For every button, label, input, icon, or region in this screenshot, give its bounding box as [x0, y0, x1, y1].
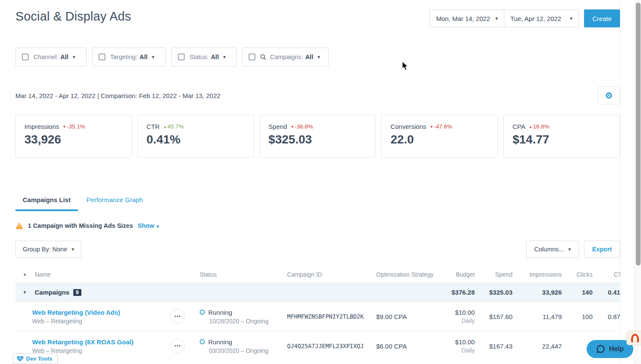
table-toolbar: Group By: None ▾ Columns... ▾ Export: [15, 241, 620, 258]
start-date-picker[interactable]: Mon, Mar 14, 2022 ▾: [430, 9, 504, 27]
campaigns-table: ▾ Name Status Campaign ID Optimization S…: [15, 266, 620, 361]
filter-value: All: [211, 54, 219, 60]
chat-bubble-icon: [596, 344, 605, 354]
ctr-value: 0.87%: [593, 313, 620, 320]
column-header-spend[interactable]: Spend: [475, 271, 512, 278]
channel-filter[interactable]: Channel: All ▾: [15, 48, 87, 66]
tab-campaigns-list[interactable]: Campaigns List: [15, 193, 78, 211]
extension-icon[interactable]: [626, 331, 641, 345]
collapse-caret-icon[interactable]: ▾: [24, 289, 35, 295]
status-text: Running: [208, 309, 232, 316]
column-header-campaign-id[interactable]: Campaign ID: [287, 271, 376, 278]
campaigns-filter[interactable]: Campaigns: All ▾: [242, 48, 329, 66]
checkbox[interactable]: [249, 54, 255, 60]
warning-text: 1 Campaign with Missing Ads Sizes: [28, 222, 133, 229]
kpi-value: 33,926: [24, 133, 123, 146]
date-range-comparison-text: Mar 14, 2022 - Apr 12, 2022 | Comparison…: [15, 92, 220, 99]
kpi-card-cpa: CPA ▴16.8% $14.77: [503, 115, 620, 158]
status-running-icon: [200, 339, 205, 344]
columns-dropdown[interactable]: Columns... ▾: [526, 241, 579, 258]
campaign-name-link[interactable]: Web Retargeting (6X ROAS Goal): [32, 338, 133, 346]
column-header-status[interactable]: Status: [200, 271, 287, 278]
campaign-count-badge: 9: [73, 289, 81, 296]
checkbox[interactable]: [22, 54, 29, 60]
kpi-label: Conversions: [390, 123, 426, 130]
trend-up-icon: ▴: [530, 124, 532, 129]
scrollbar-thumb[interactable]: [636, 3, 641, 266]
sort-caret-icon: ▾: [24, 272, 35, 277]
social-display-ads-page: Social & Display Ads Mon, Mar 14, 2022 ▾…: [0, 0, 635, 364]
status-running-icon: [200, 310, 205, 315]
kpi-cards: Impressions ▾-35.1% 33,926 CTR ▴45.7% 0.…: [15, 115, 620, 158]
campaign-id: MFHMFWZNSBFPNIY2TLBD2K: [287, 313, 376, 320]
help-label: Help: [609, 345, 624, 353]
tab-performance-graph[interactable]: Performance Graph: [79, 193, 150, 211]
budget-period: Daily: [436, 317, 475, 324]
start-date-value: Mon, Mar 14, 2022: [436, 15, 490, 22]
impressions-value: 11,479: [512, 313, 562, 320]
status-filter[interactable]: Status: All ▾: [171, 48, 237, 66]
create-button[interactable]: Create: [584, 9, 620, 27]
kpi-label: CPA: [512, 123, 525, 130]
kpi-value: 22.0: [390, 133, 489, 146]
targeting-filter[interactable]: Targeting: All ▾: [92, 48, 166, 66]
columns-label: Columns...: [534, 246, 564, 253]
campaigns-group-row[interactable]: ▾ Campaigns 9 $376.28 $325.03 33,926 140…: [15, 283, 620, 301]
column-header-ctr[interactable]: CTR: [593, 271, 620, 278]
chevron-down-icon: ∨: [156, 224, 160, 229]
table-header-row: ▾ Name Status Campaign ID Optimization S…: [15, 266, 620, 283]
dev-tools-badge[interactable]: Dev Tools: [13, 353, 58, 364]
vertical-scrollbar[interactable]: [635, 0, 641, 364]
table-row: Web Retargeting (Video Ads) Web – Retarg…: [15, 301, 620, 331]
optimization-strategy: $9.00 CPA: [376, 313, 436, 320]
filter-value: All: [60, 54, 69, 60]
kpi-card-conversions: Conversions ▾-47.6% 22.0: [381, 115, 498, 158]
warning-icon: [15, 222, 23, 229]
group-by-dropdown[interactable]: Group By: None ▾: [15, 241, 81, 258]
group-impressions: 33,926: [512, 289, 562, 296]
budget-value: $10.00: [436, 338, 475, 346]
kpi-delta-value: 45.7%: [168, 123, 184, 130]
spend-value: $167.43: [475, 343, 512, 350]
budget-value: $10.00: [436, 309, 475, 316]
kpi-delta-value: -47.6%: [434, 123, 452, 130]
export-button[interactable]: Export: [584, 241, 620, 258]
campaign-name-link[interactable]: Web Retargeting (Video Ads): [32, 309, 120, 316]
clicks-value: 100: [562, 313, 593, 320]
kpi-delta: ▾-38.8%: [291, 123, 313, 130]
impressions-value: 22,447: [512, 343, 562, 350]
kpi-delta: ▴16.8%: [530, 123, 549, 130]
chevron-down-icon: ▾: [72, 246, 74, 252]
filter-value: All: [140, 54, 148, 60]
checkbox[interactable]: [178, 54, 185, 60]
column-header-budget[interactable]: Budget: [436, 271, 475, 278]
page-header: Social & Display Ads Mon, Mar 14, 2022 ▾…: [15, 0, 620, 27]
heart-pulse-icon: [17, 356, 24, 362]
show-link[interactable]: Show∨: [138, 222, 160, 229]
kpi-delta-value: 16.8%: [533, 123, 549, 130]
kpi-value: $325.03: [269, 133, 367, 146]
group-label: Campaigns: [35, 289, 69, 296]
column-header-impressions[interactable]: Impressions: [512, 271, 562, 278]
kpi-delta: ▴45.7%: [164, 123, 184, 130]
checkbox[interactable]: [99, 54, 105, 60]
row-actions-button[interactable]: •••: [170, 309, 185, 324]
group-by-value: Group By: None: [23, 246, 67, 253]
column-header-clicks[interactable]: Clicks: [562, 271, 593, 278]
column-header-name[interactable]: ▾ Name: [15, 271, 169, 278]
header-actions: Mon, Mar 14, 2022 ▾ Tue, Apr 12, 2022 ▾ …: [430, 9, 620, 27]
chevron-down-icon: ▾: [495, 15, 498, 21]
summary-row: Mar 14, 2022 - Apr 12, 2022 | Comparison…: [15, 87, 620, 104]
row-actions-button[interactable]: •••: [170, 339, 185, 353]
end-date-value: Tue, Apr 12, 2022: [510, 15, 561, 22]
end-date-picker[interactable]: Tue, Apr 12, 2022 ▾: [504, 9, 579, 27]
campaign-subtitle: Web – Retargeting: [32, 318, 169, 325]
column-header-optimization[interactable]: Optimization Strategy: [376, 271, 436, 278]
group-budget: $376.28: [436, 289, 475, 296]
filter-label: Campaigns:: [270, 54, 303, 60]
trend-down-icon: ▾: [431, 124, 433, 129]
settings-button[interactable]: ⚙: [598, 87, 620, 104]
trend-down-icon: ▾: [63, 124, 66, 129]
missing-ads-warning: 1 Campaign with Missing Ads Sizes Show∨: [15, 222, 620, 229]
kpi-value: $14.77: [512, 133, 611, 146]
